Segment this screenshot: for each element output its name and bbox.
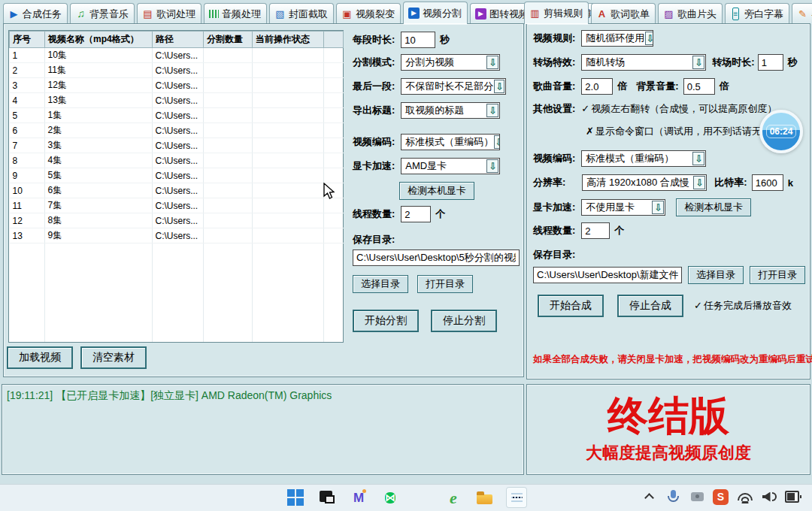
dropdown-arrow-icon[interactable] [494,135,500,149]
taskbar-app[interactable] [506,487,527,508]
compose-choose-dir-button[interactable]: 选择目录 [688,266,744,284]
taskbar-app[interactable] [411,487,432,508]
dropdown-arrow-icon[interactable] [652,201,664,214]
detect-gpu-button[interactable]: 检测本机显卡 [399,182,474,200]
thread-count-input[interactable] [401,206,431,222]
clear-material-button[interactable]: 清空素材 [80,346,147,369]
flip-video-option[interactable]: ✓视频左右翻转（合成慢，可以提高原创度） [581,102,777,116]
col-header-path: 路径 [153,32,204,48]
taskbar-app[interactable] [443,487,464,508]
table-row[interactable]: 11 7集 C:\Users... [10,198,344,213]
compose-open-dir-button[interactable]: 打开目录 [750,266,805,284]
dropdown-arrow-icon[interactable] [645,32,653,45]
tab-label: 歌词歌单 [611,8,650,21]
sound-after-task-option[interactable]: ✓任务完成后播放音效 [694,299,792,313]
tray-item[interactable] [737,487,753,506]
table-row[interactable]: 6 2集 C:\Users... [10,123,344,138]
compose-encode-select[interactable]: 标准模式（重编码） [581,150,706,167]
bg-volume-input[interactable] [683,78,715,95]
dropdown-arrow-icon[interactable] [494,80,504,93]
tab[interactable]: 封面截取 [269,3,334,24]
song-volume-input[interactable] [581,78,613,95]
compose-thread-input[interactable] [581,222,610,239]
stop-compose-button[interactable]: 停止合成 [617,295,683,317]
load-videos-button[interactable]: 加载视频 [7,346,73,369]
taskbar-app[interactable] [348,487,369,508]
open-dir-button[interactable]: 打开目录 [417,275,473,293]
gpu-accel-select[interactable]: AMD显卡 [401,158,500,174]
taskbar-app[interactable] [317,487,338,508]
tab[interactable]: 旁白字幕 [725,3,789,24]
taskbar-app[interactable] [474,487,495,508]
tray-item[interactable] [713,487,729,506]
tab[interactable]: 歌词歌单 [591,3,656,24]
tab[interactable]: 视频裂变 [336,3,401,24]
compose-detect-gpu-button[interactable]: 检测本机显卡 [676,198,751,216]
tab[interactable]: 背景音乐 [70,3,135,24]
tab[interactable]: 导出标题 [792,3,812,24]
transition-select[interactable]: 随机转场 [581,54,706,71]
tray-item[interactable] [785,487,801,506]
tab-label: 歌词处理 [156,8,195,21]
tab[interactable]: 视频分割 [403,2,468,24]
stop-split-button[interactable]: 停止分割 [431,310,497,332]
dropdown-arrow-icon[interactable] [693,176,705,189]
dropdown-arrow-icon[interactable] [692,152,704,165]
split-mode-select[interactable]: 分割为视频 [401,54,500,71]
col-header-status: 当前操作状态 [253,32,324,48]
compose-gpu-select[interactable]: 不使用显卡 [581,199,665,216]
segment-duration-input[interactable] [401,32,435,48]
table-row[interactable]: 8 4集 C:\Users... [10,153,344,168]
table-row[interactable]: 9 5集 C:\Users... [10,168,344,183]
video-rule-label: 视频规则: [533,32,575,45]
export-title-select[interactable]: 取视频的标题 [401,102,500,119]
dropdown-arrow-icon[interactable] [486,56,498,69]
table-row[interactable]: 12 8集 C:\Users... [10,213,344,228]
dropdown-arrow-icon[interactable] [692,56,704,69]
save-dir-input[interactable] [353,249,520,266]
checkmark-icon: ✓ [581,103,589,114]
clock-widget[interactable]: 06:24 [759,110,803,153]
table-row[interactable]: 3 12集 C:\Users... [10,78,344,93]
save-dir-label: 保存目录: [353,233,395,246]
resolution-select[interactable]: 高清 1920x1080 合成慢 [582,174,707,191]
last-segment-select[interactable]: 不保留时长不足部分 [401,78,506,95]
m-app-icon [353,492,364,503]
transition-time-input[interactable] [758,54,783,71]
tab[interactable]: 音频处理 [204,3,267,24]
show-cmd-option[interactable]: ✗显示命令窗口（调试用，用不到话请无视） [586,125,781,138]
table-row[interactable]: 4 13集 C:\Users... [10,93,344,108]
tray-item[interactable] [641,487,657,506]
taskbar-app[interactable] [380,487,401,508]
table-row[interactable]: 2 11集 C:\Users... [10,63,344,78]
segment-duration-unit: 秒 [440,33,450,47]
table-row[interactable]: 1 10集 C:\Users... [10,48,344,63]
table-row[interactable]: 7 3集 C:\Users... [10,138,344,153]
version-subtitle: 大幅度提高视频原创度 [586,442,751,464]
start-compose-button[interactable]: 开始合成 [538,295,604,317]
taskbar-tray [641,487,801,506]
compose-thread-label: 线程数量: [533,224,575,237]
table-row[interactable]: 5 1集 C:\Users... [10,108,344,123]
tray-item[interactable] [761,487,777,506]
table-row[interactable]: 10 6集 C:\Users... [10,183,344,198]
tab[interactable]: 歌词处理 [137,3,201,24]
tab[interactable]: 歌曲片头 [658,3,723,24]
log-panel[interactable]: [19:11:21] 【已开启显卡加速】[独立显卡] AMD Radeon(TM… [2,384,524,475]
bitrate-input[interactable] [752,174,783,191]
tray-item[interactable] [689,487,705,506]
dropdown-arrow-icon[interactable] [486,104,498,117]
tab[interactable]: 剪辑规则 [524,2,589,24]
dropdown-arrow-icon[interactable] [486,159,498,173]
compose-warning-text: 如果全部合成失败，请关闭显卡加速，把视频编码改为重编码后重试 [533,353,812,366]
tab[interactable]: 合成任务 [3,3,68,24]
tab-label: 剪辑规则 [544,7,583,20]
video-rule-select[interactable]: 随机循环使用 [581,30,653,47]
taskbar-app[interactable] [285,487,306,508]
compose-save-dir-input[interactable] [533,267,682,283]
video-encode-select[interactable]: 标准模式（重编码） [401,134,500,150]
tray-item[interactable] [665,487,681,506]
table-row[interactable]: 13 9集 C:\Users... [10,228,344,243]
choose-dir-button[interactable]: 选择目录 [353,275,408,293]
start-split-button[interactable]: 开始分割 [353,310,419,332]
